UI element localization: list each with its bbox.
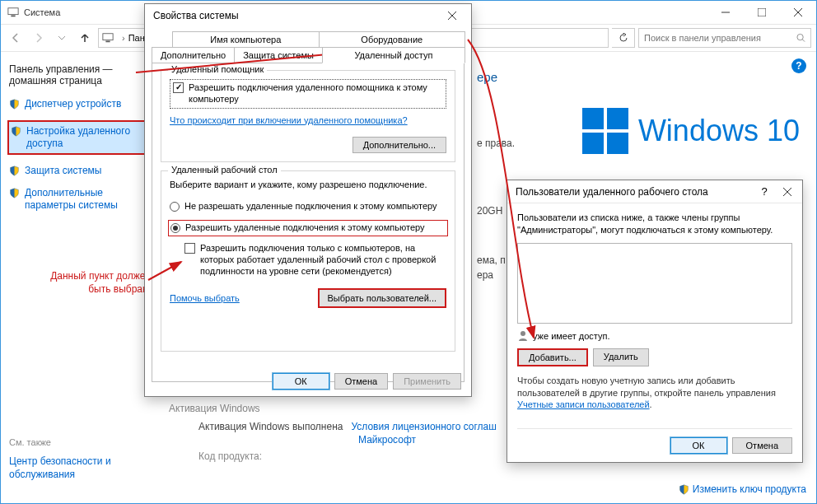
nla-checkbox[interactable]: Разрешить подключения только с компьютер… [184,243,446,277]
system-properties-dialog: Свойства системы Имя компьютера Оборудов… [144,3,472,397]
checkbox-label: Разрешить подключения только с компьютер… [200,243,446,277]
activation-section-label: Активация Windows [169,403,260,414]
intro-text: Пользователи из списка ниже, а также чле… [517,212,792,236]
checkbox-icon [173,82,184,93]
radio-label: Не разрешать удаленные подключения к это… [184,201,437,212]
shield-icon [679,484,689,495]
cancel-button[interactable]: Отмена [334,373,388,390]
bg-text-fragment: 20GH [477,205,502,217]
annotation-text: Данный пункт должен быть выбран! [45,270,151,296]
tab-protection[interactable]: Защита системы [234,47,323,63]
remote-assistance-group: Удаленный помощник Разрешить подключения… [161,70,455,162]
cancel-button[interactable]: Отмена [732,437,792,454]
product-code-label: Код продукта: [198,450,262,462]
remote-users-dialog: Пользователи удаленного рабочего стола ?… [507,180,803,463]
remove-user-button[interactable]: Удалить [593,348,649,366]
left-nav-pane: Панель управления — домашняя страница Ди… [9,63,154,222]
sidebar-item-remote-settings[interactable]: Настройка удаленного доступа [7,120,159,155]
sidebar-item-system-protection[interactable]: Защита системы [9,165,154,177]
add-user-button[interactable]: Добавить... [517,348,588,366]
close-button[interactable] [780,1,816,24]
tab-strip: Имя компьютера Оборудование Дополнительн… [145,27,471,63]
maximize-button[interactable] [744,1,780,24]
group-legend: Удаленный рабочий стол [168,165,281,175]
cp-home-link[interactable]: Панель управления — домашняя страница [9,63,154,86]
radio-allow-remote[interactable]: Разрешить удаленные подключения к этому … [170,222,446,234]
change-product-key-link[interactable]: Изменить ключ продукта [679,483,806,495]
sidebar-item-label: Дополнительные параметры системы [25,187,154,212]
person-icon [517,330,529,342]
forward-button[interactable] [29,28,49,48]
see-also-link[interactable]: Центр безопасности и обслуживания [9,455,133,481]
svg-point-8 [797,34,803,40]
activation-status: Активация Windows выполнена Условия лице… [198,421,497,432]
tab-computer-name[interactable]: Имя компьютера [172,31,320,47]
license-terms-link[interactable]: Условия лицензионного соглаш [351,421,496,432]
up-button[interactable] [75,28,95,48]
already-label: уже имеет доступ. [533,331,610,341]
remote-assistance-help-link[interactable]: Что происходит при включении удаленного … [170,115,446,125]
advanced-button[interactable]: Дополнительно... [352,137,446,153]
help-choose-link[interactable]: Помочь выбрать [170,293,240,303]
history-button[interactable] [52,28,72,48]
allow-remote-assistance-checkbox[interactable]: Разрешить подключения удаленного помощни… [173,82,443,105]
shield-icon [9,99,20,110]
tab-advanced[interactable]: Дополнительно [152,47,235,63]
change-key-label: Изменить ключ продукта [693,483,806,495]
checkbox-label: Разрешить подключения удаленного помощни… [189,82,443,105]
chevron-right-icon: › [122,33,125,43]
sidebar-item-label: Защита системы [25,165,101,177]
shield-icon [11,126,21,137]
checkbox-icon [184,243,195,254]
windows-version: 10 [767,114,800,147]
breadcrumb-segment: Пан [128,33,145,43]
bg-heading-suffix: ере [477,70,497,84]
window-title: Система [24,7,60,17]
svg-rect-3 [758,8,766,16]
microsoft-link[interactable]: Майкрософт [358,434,416,446]
user-accounts-link[interactable]: Учетные записи пользователей [517,399,650,409]
users-listbox[interactable] [517,243,792,324]
window-controls [707,1,816,24]
dialog-buttons: ОК Отмена Применить [273,373,461,390]
windows-logo: Windows 10 [582,108,800,154]
search-input[interactable] [644,33,791,43]
dialog-titlebar[interactable]: Пользователи удаленного рабочего стола ? [507,180,802,203]
dialog-title: Пользователи удаленного рабочего стола [516,186,708,198]
sidebar-item-label: Диспетчер устройств [25,98,121,110]
radio-deny-remote[interactable]: Не разрешать удаленные подключения к это… [170,201,446,212]
close-button[interactable] [438,7,466,25]
minimize-button[interactable] [707,1,744,24]
ok-button[interactable]: ОК [670,437,727,454]
back-button[interactable] [6,28,26,48]
ok-button[interactable]: ОК [273,373,329,390]
already-has-access: уже имеет доступ. [517,330,792,342]
apply-button[interactable]: Применить [393,373,461,390]
help-icon[interactable]: ? [791,58,806,73]
sidebar-item-device-manager[interactable]: Диспетчер устройств [9,98,154,110]
bg-text-fragment: ема, п [477,254,506,266]
see-also-section: См. также Центр безопасности и обслужива… [9,437,133,481]
computer-icon [102,32,114,44]
dialog-title: Свойства системы [153,10,239,21]
dialog-titlebar[interactable]: Свойства системы [145,4,471,27]
svg-rect-6 [103,34,113,40]
svg-rect-0 [8,8,18,15]
windows-logo-icon [582,108,628,154]
help-button[interactable]: ? [753,183,776,201]
activation-text: Активация Windows выполнена [198,421,343,432]
search-icon [796,33,805,43]
select-users-button[interactable]: Выбрать пользователей... [318,288,447,308]
tab-content: Удаленный помощник Разрешить подключения… [152,63,465,382]
tab-hardware[interactable]: Оборудование [319,31,466,47]
sidebar-item-advanced-settings[interactable]: Дополнительные параметры системы [9,187,154,212]
computer-icon [7,7,19,18]
bg-text-fragment: е права. [477,138,515,149]
search-box[interactable] [638,28,811,48]
dialog-content: Пользователи из списка ниже, а также чле… [507,203,802,419]
shield-icon [9,188,20,198]
refresh-button[interactable] [612,28,635,48]
tab-remote[interactable]: Удаленный доступ [322,47,465,63]
close-button[interactable] [776,183,799,201]
sidebar-item-label: Настройка удаленного доступа [26,125,156,150]
